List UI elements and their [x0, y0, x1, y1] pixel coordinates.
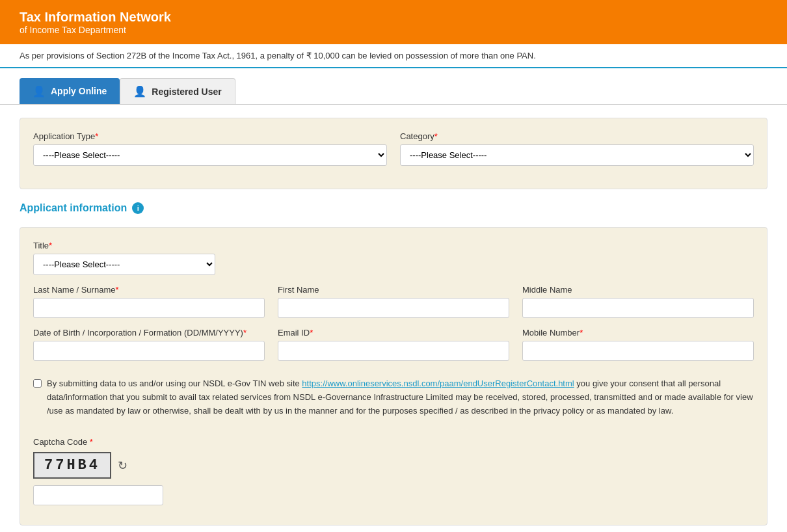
dob-group: Date of Birth / Incorporation / Formatio…: [33, 328, 265, 361]
tab-apply-online-label: Apply Online: [51, 86, 107, 96]
dob-label: Date of Birth / Incorporation / Formatio…: [33, 328, 265, 338]
application-type-row: Application Type* ----Please Select-----…: [33, 131, 754, 166]
title-row: Title* ----Please Select-----: [33, 241, 754, 275]
middle-name-label: Middle Name: [522, 285, 754, 295]
mobile-label: Mobile Number*: [522, 328, 754, 338]
email-label: Email ID*: [278, 328, 509, 338]
title-select[interactable]: ----Please Select-----: [33, 254, 215, 275]
consent-link[interactable]: https://www.onlineservices.nsdl.com/paam…: [302, 379, 574, 388]
last-name-label: Last Name / Surname*: [33, 285, 265, 295]
consent-checkbox[interactable]: [33, 379, 42, 388]
first-name-label: First Name: [278, 285, 509, 295]
tab-nav: 👤 Apply Online 👤 Registered User: [0, 68, 787, 105]
title-group: Title* ----Please Select-----: [33, 241, 215, 275]
refresh-captcha-icon[interactable]: ↻: [118, 459, 127, 473]
main-content: Application Type* ----Please Select-----…: [0, 105, 787, 532]
category-group: Category* ----Please Select-----: [400, 131, 754, 166]
logo: Tax Information Network of Income Tax De…: [20, 10, 171, 35]
email-group: Email ID*: [278, 328, 509, 361]
category-select[interactable]: ----Please Select-----: [400, 144, 754, 166]
applicant-info-title: Applicant information: [20, 202, 127, 214]
category-label: Category*: [400, 131, 754, 141]
name-row: Last Name / Surname* First Name Middle N…: [33, 285, 754, 318]
info-icon[interactable]: i: [132, 202, 144, 214]
first-name-group: First Name: [278, 285, 509, 318]
tab-apply-online[interactable]: 👤 Apply Online: [20, 78, 120, 104]
application-type-section: Application Type* ----Please Select-----…: [20, 118, 767, 189]
consent-section: By submitting data to us and/or using ou…: [33, 371, 754, 431]
captcha-input[interactable]: [33, 485, 163, 505]
mobile-group: Mobile Number*: [522, 328, 754, 361]
header-title-line2: of Income Tax Department: [20, 25, 171, 35]
middle-name-group: Middle Name: [522, 285, 754, 318]
consent-text: By submitting data to us and/or using ou…: [47, 377, 754, 418]
last-name-input[interactable]: [33, 298, 265, 318]
header: Tax Information Network of Income Tax De…: [0, 0, 787, 44]
applicant-section: Title* ----Please Select----- Last Name …: [20, 227, 767, 525]
dob-email-mobile-row: Date of Birth / Incorporation / Formatio…: [33, 328, 754, 361]
captcha-label: Captcha Code *: [33, 437, 754, 447]
captcha-row: 77HB4 ↻: [33, 452, 754, 479]
dob-input[interactable]: [33, 341, 265, 361]
header-title-line1: Tax Information Network: [20, 10, 171, 25]
middle-name-input[interactable]: [522, 298, 754, 318]
last-name-group: Last Name / Surname*: [33, 285, 265, 318]
applicant-info-header: Applicant information i: [20, 199, 767, 217]
mobile-input[interactable]: [522, 341, 754, 361]
application-type-label: Application Type*: [33, 131, 387, 141]
application-type-group: Application Type* ----Please Select-----: [33, 131, 387, 166]
consent-row: By submitting data to us and/or using ou…: [33, 377, 754, 418]
apply-online-icon: 👤: [33, 85, 46, 98]
email-input[interactable]: [278, 341, 509, 361]
first-name-input[interactable]: [278, 298, 509, 318]
title-label: Title*: [33, 241, 215, 250]
tab-registered-user[interactable]: 👤 Registered User: [120, 78, 235, 104]
captcha-image: 77HB4: [33, 452, 111, 479]
tab-registered-user-label: Registered User: [152, 86, 221, 97]
notice-text: As per provisions of Section 272B of the…: [20, 51, 536, 60]
captcha-section: Captcha Code * 77HB4 ↻: [33, 431, 754, 512]
application-type-select[interactable]: ----Please Select-----: [33, 144, 387, 166]
notice-bar: As per provisions of Section 272B of the…: [0, 44, 787, 68]
registered-user-icon: 👤: [133, 85, 146, 98]
